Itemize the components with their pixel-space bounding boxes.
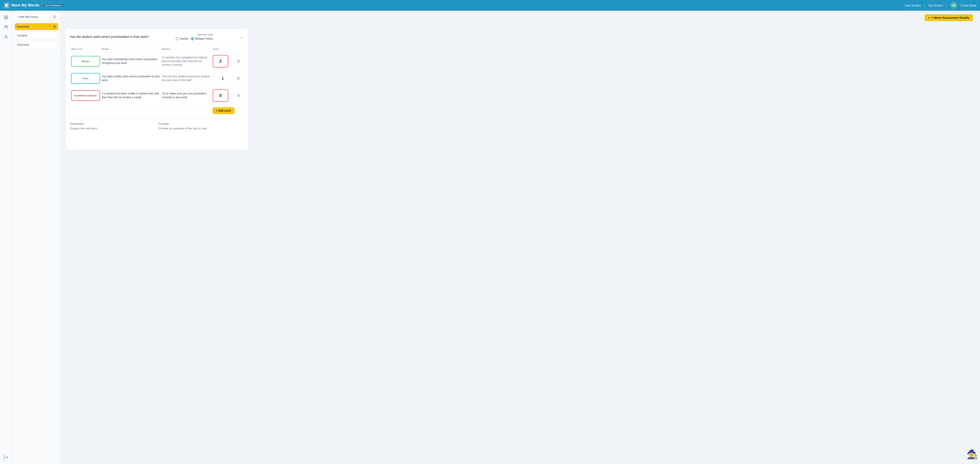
feedback-badge[interactable]: Give Feedback •	[42, 3, 65, 7]
medal-text-always: You have consistently used correct punct…	[102, 57, 160, 65]
explanation-label: Explanation	[70, 122, 155, 126]
add-level-button[interactable]: + Add Level	[213, 107, 234, 114]
nav-icon-3[interactable]	[2, 33, 10, 41]
sidebar-item-grammar[interactable]: Grammar ✏️ 🗑	[15, 23, 58, 30]
header-divider-2	[947, 3, 947, 8]
skill-badge-always: Always	[71, 56, 100, 67]
svg-rect-0	[4, 16, 6, 17]
svg-rect-8	[54, 16, 56, 18]
medal-text-insufficient: If a student has been unable to achieve …	[102, 92, 160, 99]
delete-row-often[interactable]: 🗑	[234, 76, 243, 80]
sidebar-item-structure[interactable]: Structure	[15, 41, 58, 48]
logo: 📝 Mark My Words	[3, 2, 40, 8]
user-guides-link[interactable]: User Guides	[905, 4, 921, 7]
app-title: Mark My Words	[11, 3, 40, 8]
delete-grammar-icon[interactable]: 🗑	[53, 25, 56, 28]
svg-rect-2	[4, 18, 6, 19]
svg-point-4	[5, 25, 6, 27]
col-medal: Medal	[102, 48, 160, 50]
example-col: Example	[159, 122, 243, 145]
feedback-label: Give Feedback	[45, 4, 61, 7]
layout: + Add Skill Group Grammar ✏️ 🗑 Context S…	[0, 11, 980, 464]
table-row: Often You have mostly used correct punct…	[70, 70, 243, 87]
icon-bar	[0, 11, 12, 464]
sidebar-item-context[interactable]: Context	[15, 32, 58, 39]
table-header: Skill Level Medal Mission Score	[70, 48, 243, 52]
sidebar: + Add Skill Group Grammar ✏️ 🗑 Context S…	[12, 11, 61, 464]
mission-text-always: If a student has completed the highest l…	[162, 56, 211, 67]
mission-text-often: How can this student improve to achieve …	[162, 75, 211, 82]
explanation-col: Explanation	[70, 122, 155, 145]
table-row: Always You have consistently used correc…	[70, 52, 243, 70]
sidebar-item-grammar-label: Grammar	[17, 25, 29, 28]
show-assessment-plus: +	[928, 16, 930, 19]
radio-group: Yes/No Multiple Choice	[176, 37, 213, 40]
example-label: Example	[159, 122, 243, 126]
skill-card: Has the student used correct punctionati…	[65, 29, 248, 150]
delete-row-insufficient[interactable]: 🗑	[234, 94, 243, 98]
header-right: User Guides Test School GR Grace Elliott	[905, 2, 977, 9]
nav-icon-1[interactable]	[2, 13, 10, 21]
sidebar-layout-icon[interactable]	[51, 13, 58, 21]
col-mission: Mission	[162, 48, 211, 50]
col-skill-level: Skill Level	[71, 48, 100, 50]
radio-multiple-choice[interactable]: Multiple Choice	[191, 37, 213, 40]
logout-icon[interactable]	[2, 453, 10, 461]
radio-yes-no-label: Yes/No	[180, 37, 188, 40]
question-type-section: Question Type Yes/No Multiple Choice	[176, 33, 213, 40]
radio-yes-no[interactable]: Yes/No	[176, 37, 188, 40]
logo-icon: 📝	[3, 2, 10, 8]
grammar-actions: ✏️ 🗑	[49, 25, 56, 28]
svg-rect-1	[6, 16, 8, 17]
mascot: 🧙	[967, 449, 978, 459]
example-input[interactable]	[159, 127, 243, 145]
question-type-label: Question Type	[197, 33, 213, 36]
score-box-insufficient: 0	[213, 89, 228, 102]
feedback-dot: •	[62, 4, 63, 7]
col-action	[234, 48, 243, 50]
table-row: Insufficient evidence If a student has b…	[70, 87, 243, 105]
radio-multiple-choice-label: Multiple Choice	[195, 37, 213, 40]
radio-yes-no-circle	[176, 37, 179, 40]
add-level-row: + Add Level	[70, 105, 243, 115]
medal-text-often: You have mostly used correct punctuation…	[102, 75, 160, 82]
sidebar-item-structure-label: Structure	[17, 43, 29, 46]
show-assessment-details-button[interactable]: + + Show Assessment Details	[924, 14, 973, 21]
app-header: 📝 Mark My Words Give Feedback • User Gui…	[0, 0, 980, 11]
mission-text-insufficient: Try to make sure you use punctuation cor…	[162, 92, 211, 99]
score-box-always: 2	[213, 55, 228, 67]
sidebar-item-context-label: Context	[17, 34, 27, 37]
col-score: Score	[213, 48, 233, 50]
username: Grace Elliott	[961, 4, 977, 7]
radio-multiple-choice-circle	[191, 37, 194, 40]
explain-section: Explanation Example	[70, 119, 243, 145]
skill-table: Skill Level Medal Mission Score Always Y…	[70, 48, 243, 105]
question-text: Has the student used correct punctionati…	[70, 35, 149, 38]
nav-icon-2[interactable]	[2, 23, 10, 31]
sidebar-top: + Add Skill Group	[15, 13, 58, 21]
score-often: 1	[213, 76, 233, 81]
explanation-input[interactable]	[70, 127, 155, 145]
show-assessment-label: + Show Assessment Details	[931, 16, 969, 19]
expand-question-button[interactable]: ⌄	[240, 34, 243, 39]
edit-grammar-icon[interactable]: ✏️	[49, 25, 52, 28]
skill-badge-often: Often	[71, 73, 100, 84]
main-content: + + Show Assessment Details Has the stud…	[61, 11, 980, 464]
question-row: Has the student used correct punctionati…	[70, 33, 243, 44]
svg-rect-3	[6, 18, 8, 19]
svg-point-5	[6, 25, 8, 27]
school-name: Test School	[928, 4, 943, 7]
skill-badge-insufficient: Insufficient evidence	[71, 90, 100, 101]
avatar: GR	[950, 2, 957, 9]
add-skill-group-button[interactable]: + Add Skill Group	[15, 13, 50, 21]
delete-row-always[interactable]: 🗑	[234, 59, 243, 63]
